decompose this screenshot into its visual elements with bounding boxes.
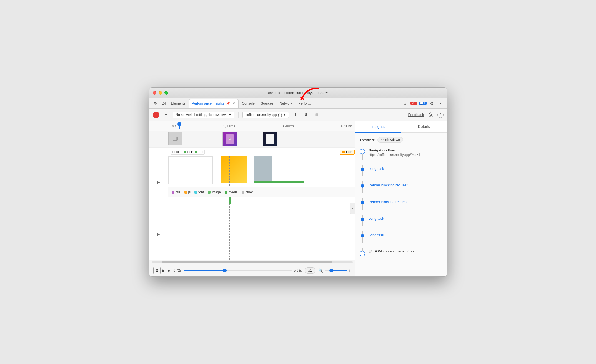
- entry-navigation: Navigation Event https://coffee-cart.net…: [360, 148, 442, 160]
- entry-text-3: Render blocking request: [369, 198, 442, 204]
- settings-button[interactable]: ⚙: [428, 100, 436, 107]
- entry-render-blocking-1: Render blocking request: [360, 181, 442, 193]
- image-swatch: [208, 191, 211, 194]
- collapse-panel-button[interactable]: ›: [350, 203, 355, 214]
- tab-performance[interactable]: Perfor…: [296, 99, 314, 108]
- tab-elements[interactable]: Elements: [168, 99, 188, 108]
- speed-badge[interactable]: x1: [305, 267, 315, 274]
- expand-btn-2[interactable]: ▶: [149, 208, 168, 260]
- connector-line-bottom-5: [362, 237, 363, 243]
- entry-text-4: Long task: [369, 214, 442, 221]
- devtools-window: DevTools - coffee-cart.netlify.app/?ad=1…: [149, 87, 447, 277]
- entry-long-task-1: Long task: [360, 164, 442, 176]
- tti-icon: [195, 151, 197, 153]
- filled-circle-3: [361, 201, 364, 204]
- ruler-mark-2: 3,200ms: [282, 124, 294, 128]
- help-button[interactable]: ?: [437, 112, 444, 118]
- time-range-slider[interactable]: [184, 270, 292, 271]
- other-swatch: [242, 191, 244, 194]
- nav-circle-open: [360, 149, 365, 154]
- svg-rect-3: [164, 104, 166, 105]
- right-panel: Insights Details Throttled: 4× slowdown …: [355, 121, 447, 276]
- url-dropdown[interactable]: coffee-cart.netlify.app (1) ▼: [242, 112, 289, 118]
- tab-insights[interactable]: Insights: [355, 121, 401, 133]
- screenshot-toggle-button[interactable]: ⊡: [153, 267, 161, 274]
- filmstrip-thumb-dark: [263, 132, 277, 146]
- cursor-tool-button[interactable]: [152, 100, 159, 107]
- filled-circle-4: [361, 218, 364, 221]
- font-swatch: [194, 191, 197, 194]
- play-button[interactable]: ▶: [162, 268, 165, 273]
- range-thumb[interactable]: [223, 269, 227, 272]
- entry-text-6: DOM content loaded 0.7s: [369, 247, 442, 253]
- skip-to-start-button[interactable]: ⏮: [167, 268, 171, 273]
- more-options-button[interactable]: ⋮: [437, 100, 445, 107]
- filled-circle-2: [361, 184, 364, 188]
- markers-content: DCL FCP TTI LCP: [168, 150, 355, 155]
- blank-block: [168, 156, 213, 184]
- minimize-button[interactable]: [159, 91, 162, 95]
- tab-console[interactable]: Console: [239, 99, 257, 108]
- tab-details[interactable]: Details: [401, 121, 447, 133]
- render-blocking-2-link[interactable]: Render blocking request: [369, 200, 408, 204]
- tab-performance-insights[interactable]: Performance insights 📌 ✕: [189, 99, 239, 108]
- long-task-2-link[interactable]: Long task: [369, 216, 384, 221]
- render-blocking-1-link[interactable]: Render blocking request: [369, 183, 408, 187]
- throttle-dropdown[interactable]: No network throttling, 4× slowdown ▼: [173, 112, 234, 118]
- scrollbar-thumb[interactable]: [162, 261, 332, 263]
- more-tabs-button[interactable]: »: [401, 100, 409, 107]
- visual-content: css js font: [168, 156, 355, 260]
- horizontal-scrollbar[interactable]: [152, 261, 353, 263]
- titlebar: DevTools - coffee-cart.netlify.app/?ad=1: [149, 88, 447, 98]
- nav-connector-line: [362, 154, 363, 160]
- maximize-button[interactable]: [164, 91, 168, 95]
- tab-network[interactable]: Network: [277, 99, 295, 108]
- close-button[interactable]: [153, 91, 156, 95]
- entry-long-task-3: Long task: [360, 231, 442, 243]
- long-task-1-link[interactable]: Long task: [369, 166, 384, 171]
- connector-line-bottom-1: [362, 171, 363, 176]
- upload-button[interactable]: ⬆: [292, 111, 299, 119]
- legend-items: css js font: [168, 190, 256, 194]
- tab-actions: » ✕1 💬1 ⚙ ⋮: [401, 100, 444, 107]
- trash-button[interactable]: 🗑: [313, 111, 320, 119]
- marker-dcl: DCL: [172, 150, 182, 154]
- zoom-thumb[interactable]: [329, 269, 333, 272]
- zoom-slider[interactable]: [325, 270, 347, 271]
- dom-circle-icon: [369, 250, 372, 253]
- connector-line-top-3: [362, 198, 363, 201]
- entry-render-blocking-2: Render blocking request: [360, 198, 442, 210]
- film-icon: [172, 136, 178, 141]
- ruler-mark-0: 0ms: [171, 124, 176, 128]
- legend-other: other: [242, 190, 253, 194]
- dom-loaded-row: DOM content loaded 0.7s: [369, 249, 442, 253]
- download-button[interactable]: ⬇: [302, 111, 310, 119]
- connector-line-bottom-4: [362, 221, 363, 226]
- long-task-3-link[interactable]: Long task: [369, 233, 384, 237]
- tab-sources[interactable]: Sources: [258, 99, 276, 108]
- zoom-out-icon[interactable]: 🔍: [318, 268, 323, 273]
- record-arrow-button[interactable]: ▼: [162, 111, 170, 119]
- throttle-dropdown-arrow-icon: ▼: [229, 113, 231, 116]
- toolbar-settings-button[interactable]: [427, 111, 435, 119]
- connector-line-top-2: [362, 181, 363, 184]
- window-title: DevTools - coffee-cart.netlify.app/?ad=1: [266, 91, 330, 95]
- css-swatch: [172, 191, 174, 194]
- connector-line-top-1: [362, 165, 363, 168]
- feedback-link[interactable]: Feedback: [408, 113, 424, 117]
- toolbar: ▼ No network throttling, 4× slowdown ▼ c…: [149, 109, 447, 121]
- expand-btn-1[interactable]: ▶: [149, 156, 168, 208]
- media-swatch: [225, 191, 227, 194]
- tabbar: Elements Performance insights 📌 ✕ Consol…: [149, 98, 447, 109]
- filled-circle-5: [361, 234, 364, 237]
- entry-connector-2: [360, 181, 365, 193]
- playhead-thumb[interactable]: [177, 122, 181, 126]
- entry-dom-loaded: DOM content loaded 0.7s: [360, 247, 442, 256]
- markers-row: DCL FCP TTI LCP: [149, 148, 355, 156]
- zoom-in-icon[interactable]: +: [349, 268, 351, 273]
- inspect-button[interactable]: [160, 100, 168, 107]
- record-button[interactable]: [153, 112, 159, 118]
- filmstrip-content: ☕: [168, 132, 355, 147]
- close-tab-button[interactable]: ✕: [232, 102, 236, 105]
- connector-line-bottom-3: [362, 204, 363, 210]
